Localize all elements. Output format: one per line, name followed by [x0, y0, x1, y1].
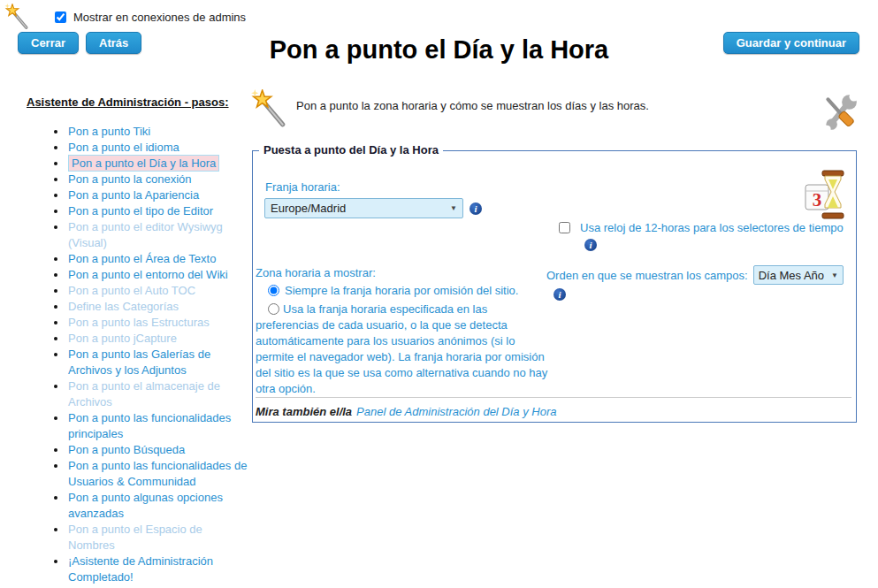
- tz-site-default-radio[interactable]: [268, 285, 279, 296]
- wizard-step-item: Pon a punto la Apariencia: [67, 187, 249, 203]
- wizard-step-link[interactable]: Pon a punto la conexión: [68, 172, 192, 186]
- wizard-step-link: Define las Categorías: [68, 300, 179, 313]
- wizard-step-link[interactable]: Pon a punto la Apariencia: [68, 188, 199, 202]
- wizard-step-link[interactable]: Pon a punto el tipo de Editor: [68, 204, 213, 218]
- wizard-step-link: Pon a punto las Estructuras: [68, 316, 210, 329]
- wizard-steps-sidebar: Asistente de Administración - pasos: Pon…: [27, 95, 249, 585]
- wizard-step-link[interactable]: Pon a punto el idioma: [68, 141, 179, 154]
- field-order-select-value: Día Mes Año: [759, 269, 824, 282]
- wizard-step-item: Pon a punto el entorno del Wiki: [67, 267, 249, 283]
- timezone-select[interactable]: Europe/Madrid ▼: [264, 198, 463, 218]
- magic-wand-icon: [251, 89, 286, 132]
- chevron-down-icon: ▼: [831, 271, 838, 279]
- datetime-settings-fieldset: Puesta a punto del Día y la Hora Franja …: [252, 150, 857, 423]
- wizard-step-item: Pon a punto el Área de Texto: [67, 251, 249, 267]
- show-on-admin-login-label: Mostrar en conexiones de admins: [73, 11, 246, 24]
- fieldset-legend: Puesta a punto del Día y la Hora: [259, 143, 443, 157]
- admin-wizard-page: Mostrar en conexiones de admins Cerrar A…: [0, 0, 878, 588]
- tz-user-pref-label: Usa la franja horaria especificada en la…: [256, 302, 547, 395]
- wizard-step-link[interactable]: Pon a punto las funcionalidades principa…: [68, 411, 231, 440]
- see-also-divider: [256, 397, 851, 398]
- wizard-step-link[interactable]: Pon a punto Búsqueda: [68, 443, 185, 456]
- wizard-step-link[interactable]: Pon a punto las funcionalidades de Usuar…: [68, 459, 247, 488]
- wizard-step-link[interactable]: Pon a punto las Galerías de Archivos y l…: [68, 347, 210, 377]
- wizard-step-item: Pon a punto la conexión: [67, 172, 249, 187]
- timezone-info-icon[interactable]: i: [470, 202, 482, 215]
- use-12hour-row: Usa reloj de 12-horas para los selectore…: [559, 221, 844, 234]
- wizard-step-item: Pon a punto las funcionalidades principa…: [67, 410, 249, 442]
- use-12hour-info-icon[interactable]: i: [584, 239, 597, 251]
- chevron-down-icon: ▼: [450, 204, 457, 212]
- wizard-step-item: Pon a punto el Día y la Hora: [67, 156, 249, 172]
- page-title: Pon a punto el Día y la Hora: [0, 35, 878, 65]
- timezone-select-value: Europe/Madrid: [271, 202, 346, 215]
- wizard-step-link[interactable]: Pon a punto Tiki: [68, 125, 150, 138]
- wizard-step-link: Pon a punto el Auto TOC: [68, 284, 195, 297]
- svg-text:3: 3: [813, 189, 822, 210]
- wizard-step-item: Pon a punto las Galerías de Archivos y l…: [67, 347, 249, 378]
- wizard-step-item: Pon a punto el Auto TOC: [67, 283, 249, 299]
- wizard-step-link[interactable]: Pon a punto el Área de Texto: [68, 252, 216, 265]
- wizard-step-item: Pon a punto Tiki: [67, 124, 249, 140]
- field-order-select[interactable]: Día Mes Año ▼: [753, 265, 844, 285]
- tz-site-default-label: Siempre la franja horaria por omisión de…: [285, 284, 518, 297]
- timezone-display-label: Zona horaria a mostrar:: [256, 266, 376, 279]
- field-order-info-icon[interactable]: i: [554, 288, 566, 301]
- wizard-step-item: Pon a punto el tipo de Editor: [67, 203, 249, 219]
- timezone-label: Franja horaria:: [265, 180, 340, 194]
- see-also-prefix: Mira también el/la: [256, 405, 352, 418]
- see-also: Mira también el/laPanel de Administració…: [256, 405, 557, 418]
- wizard-step-item: ¡Asistente de Administración Completado!: [67, 554, 249, 585]
- wizard-step-link[interactable]: Pon a punto el Día y la Hora: [68, 155, 219, 172]
- wizard-step-item: Pon a punto el Espacio de Nombres: [67, 522, 249, 554]
- field-order-label: Orden en que se muestran los campos:: [546, 269, 748, 282]
- tz-user-pref-radio[interactable]: [268, 303, 279, 315]
- wizard-step-link: Pon a punto el editor Wysiwyg (Visual): [68, 220, 223, 249]
- wizard-step-link: Pon a punto el Espacio de Nombres: [68, 523, 202, 552]
- wizard-step-item: Pon a punto algunas opciones avanzadas: [67, 490, 249, 522]
- wizard-step-link[interactable]: Pon a punto el entorno del Wiki: [68, 268, 228, 281]
- show-on-admin-login-checkbox[interactable]: [55, 11, 66, 23]
- use-12hour-label: Usa reloj de 12-horas para los selectore…: [580, 221, 844, 234]
- wizard-step-link: Pon a punto jCapture: [68, 332, 177, 345]
- wizard-step-item: Pon a punto el editor Wysiwyg (Visual): [67, 219, 249, 251]
- wizard-step-item: Pon a punto el idioma: [67, 140, 249, 156]
- wizard-step-item: Pon a punto Búsqueda: [67, 442, 249, 458]
- wizard-step-link[interactable]: Pon a punto algunas opciones avanzadas: [68, 491, 223, 520]
- wizard-step-link[interactable]: ¡Asistente de Administración Completado!: [68, 554, 213, 584]
- timezone-display-option-user: Usa la franja horaria especificada en la…: [256, 302, 553, 397]
- wizard-step-item: Pon a punto el almacenaje de Archivos: [67, 378, 249, 410]
- timezone-display-option-site: Siempre la franja horaria por omisión de…: [268, 284, 518, 297]
- wizard-step-item: Pon a punto jCapture: [67, 331, 249, 347]
- wizard-step-link: Pon a punto el almacenaje de Archivos: [68, 379, 220, 409]
- datetime-admin-panel-link[interactable]: Panel de Administración del Día y Hora: [356, 405, 556, 418]
- wizard-step-item: Define las Categorías: [67, 299, 249, 315]
- wizard-steps-list: Pon a punto TikiPon a punto el idiomaPon…: [27, 124, 249, 585]
- use-12hour-checkbox[interactable]: [559, 222, 570, 233]
- admin-tools-icon: [821, 92, 858, 136]
- sidebar-heading: Asistente de Administración - pasos:: [27, 95, 249, 109]
- field-order-row: Orden en que se muestran los campos: Día…: [546, 265, 856, 285]
- step-description: Pon a punto la zona horaria y cómo se mu…: [296, 99, 649, 112]
- wizard-step-item: Pon a punto las Estructuras: [67, 315, 249, 331]
- calendar-hourglass-icon: 3: [805, 169, 845, 224]
- wizard-step-item: Pon a punto las funcionalidades de Usuar…: [67, 458, 249, 490]
- magic-wand-icon: [4, 4, 29, 34]
